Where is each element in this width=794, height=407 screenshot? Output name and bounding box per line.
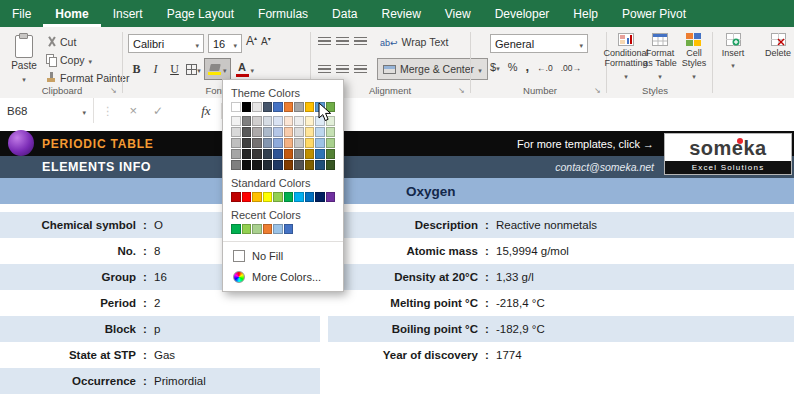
- align-left-icon[interactable]: [318, 65, 331, 74]
- color-swatch[interactable]: [315, 138, 325, 148]
- increase-font-size-button[interactable]: [246, 34, 257, 48]
- color-swatch[interactable]: [273, 116, 283, 126]
- row-label[interactable]: Period: [0, 297, 136, 309]
- row-label[interactable]: Boiling point °C: [328, 323, 478, 335]
- align-top-icon[interactable]: [318, 37, 331, 46]
- increase-decimal-button[interactable]: [537, 61, 553, 73]
- wrap-text-button[interactable]: Wrap Text: [380, 34, 448, 49]
- conditional-formatting-button[interactable]: Conditional Formatting: [608, 33, 644, 81]
- color-swatch[interactable]: [263, 149, 273, 159]
- color-swatch[interactable]: [242, 192, 252, 202]
- enter-icon[interactable]: [153, 104, 163, 118]
- color-swatch[interactable]: [252, 138, 262, 148]
- contact-email[interactable]: contact@someka.net: [555, 156, 654, 178]
- ribbon-tab-file[interactable]: File: [0, 0, 43, 27]
- color-swatch[interactable]: [263, 160, 273, 170]
- element-title-cell[interactable]: Oxygen: [328, 178, 794, 204]
- color-swatch[interactable]: [315, 160, 325, 170]
- name-box[interactable]: B68: [0, 98, 94, 123]
- align-right-icon[interactable]: [354, 65, 367, 74]
- color-swatch[interactable]: [294, 102, 304, 112]
- color-swatch[interactable]: [294, 127, 304, 137]
- color-swatch[interactable]: [315, 127, 325, 137]
- color-swatch[interactable]: [263, 224, 273, 234]
- color-swatch[interactable]: [231, 149, 241, 159]
- color-swatch[interactable]: [305, 127, 315, 137]
- row-value[interactable]: -182,9 °C: [496, 323, 794, 335]
- row-value[interactable]: 15,9994 g/mol: [496, 245, 794, 257]
- someka-logo[interactable]: someka Excel Solutions: [664, 133, 792, 175]
- color-swatch[interactable]: [242, 116, 252, 126]
- number-format-combo[interactable]: General: [490, 34, 588, 53]
- color-swatch[interactable]: [263, 116, 273, 126]
- row-label[interactable]: State at STP: [0, 349, 136, 361]
- color-swatch[interactable]: [284, 224, 294, 234]
- color-swatch[interactable]: [231, 160, 241, 170]
- color-swatch[interactable]: [242, 160, 252, 170]
- color-swatch[interactable]: [231, 127, 241, 137]
- row-label[interactable]: Description: [328, 219, 478, 231]
- fill-color-button[interactable]: [204, 58, 231, 80]
- row-label[interactable]: Group: [0, 271, 136, 283]
- ribbon-tab-help[interactable]: Help: [561, 0, 610, 27]
- color-swatch[interactable]: [284, 127, 294, 137]
- accounting-format-button[interactable]: [490, 61, 500, 73]
- color-swatch[interactable]: [263, 138, 273, 148]
- color-swatch[interactable]: [273, 102, 283, 112]
- color-swatch[interactable]: [305, 102, 315, 112]
- ribbon-tab-formulas[interactable]: Formulas: [246, 0, 320, 27]
- color-swatch[interactable]: [326, 149, 336, 159]
- ribbon-tab-review[interactable]: Review: [369, 0, 432, 27]
- ribbon-tab-view[interactable]: View: [433, 0, 483, 27]
- color-swatch[interactable]: [242, 224, 252, 234]
- percent-style-button[interactable]: [508, 61, 518, 73]
- color-swatch[interactable]: [252, 102, 262, 112]
- cut-button[interactable]: Cut: [46, 34, 129, 49]
- format-painter-button[interactable]: Format Painter: [46, 70, 129, 85]
- borders-button[interactable]: [185, 60, 202, 79]
- font-size-combo[interactable]: 16: [208, 34, 242, 53]
- color-swatch[interactable]: [231, 116, 241, 126]
- color-swatch[interactable]: [263, 102, 273, 112]
- color-swatch[interactable]: [284, 149, 294, 159]
- color-swatch[interactable]: [252, 224, 262, 234]
- format-as-table-button[interactable]: Format as Table: [642, 33, 678, 81]
- color-swatch[interactable]: [273, 224, 283, 234]
- color-swatch[interactable]: [252, 149, 262, 159]
- comma-style-button[interactable]: [525, 59, 529, 74]
- color-swatch[interactable]: [305, 138, 315, 148]
- color-swatch[interactable]: [284, 138, 294, 148]
- more-templates-link[interactable]: For more templates, click →: [517, 131, 654, 156]
- color-swatch[interactable]: [284, 192, 294, 202]
- row-value[interactable]: Primordial: [154, 375, 320, 387]
- drag-handle-icon[interactable]: [102, 104, 114, 118]
- row-value[interactable]: 1,33 g/l: [496, 271, 794, 283]
- align-middle-icon[interactable]: [336, 37, 349, 46]
- ribbon-tab-power-pivot[interactable]: Power Pivot: [610, 0, 698, 27]
- underline-button[interactable]: [166, 60, 183, 79]
- row-label[interactable]: No.: [0, 245, 136, 257]
- cell-styles-button[interactable]: Cell Styles: [676, 33, 712, 81]
- row-label[interactable]: Occurrence: [0, 375, 136, 387]
- color-swatch[interactable]: [242, 138, 252, 148]
- row-label[interactable]: Chemical symbol: [0, 219, 136, 231]
- color-swatch[interactable]: [252, 160, 262, 170]
- row-label[interactable]: Block: [0, 323, 136, 335]
- color-swatch[interactable]: [315, 149, 325, 159]
- color-swatch[interactable]: [294, 192, 304, 202]
- ribbon-tab-data[interactable]: Data: [320, 0, 369, 27]
- copy-button[interactable]: Copy: [46, 52, 129, 67]
- color-swatch[interactable]: [284, 102, 294, 112]
- color-swatch[interactable]: [242, 149, 252, 159]
- color-swatch[interactable]: [273, 138, 283, 148]
- merge-center-button[interactable]: Merge & Center: [377, 58, 488, 80]
- color-swatch[interactable]: [305, 149, 315, 159]
- color-swatch[interactable]: [326, 160, 336, 170]
- number-dialog-launcher-icon[interactable]: [594, 86, 601, 95]
- color-swatch[interactable]: [294, 160, 304, 170]
- row-label[interactable]: Year of discovery: [328, 349, 478, 361]
- color-swatch[interactable]: [273, 149, 283, 159]
- row-value[interactable]: 1774: [496, 349, 794, 361]
- color-swatch[interactable]: [305, 160, 315, 170]
- color-swatch[interactable]: [252, 127, 262, 137]
